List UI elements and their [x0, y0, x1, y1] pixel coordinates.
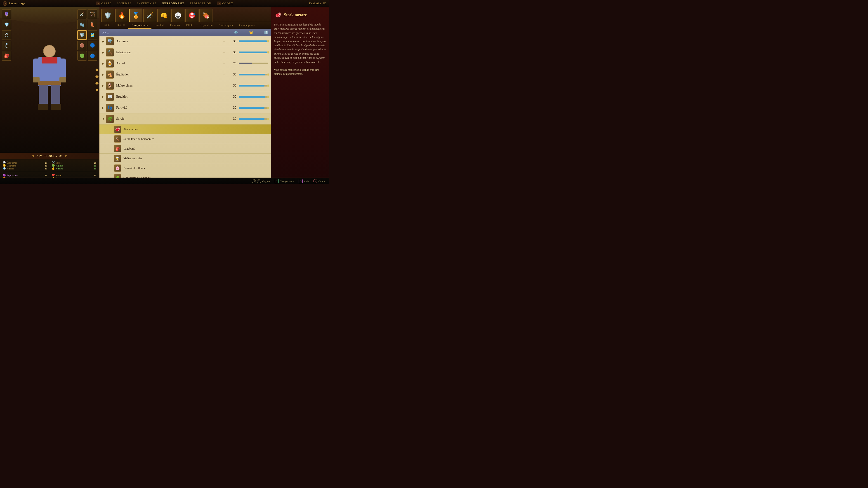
right-title: Fabrication	[309, 2, 321, 5]
sub-skill-braconnier[interactable]: 🦌 Sur la trace du braconnier	[99, 134, 271, 144]
fabrication-bar-bg	[239, 52, 268, 53]
equip-slot-misc[interactable]: 🎒	[2, 51, 11, 61]
nav-arrow-diamond-1[interactable]	[95, 68, 98, 71]
erudition-bar-bg	[239, 96, 268, 98]
tab-effets[interactable]: Effets	[183, 22, 196, 29]
icon-tab-medal[interactable]: 🏅	[129, 8, 143, 22]
nav-label-journal: JOURNAL	[117, 2, 132, 5]
nav-item-carte[interactable]: L2CARTE	[96, 2, 112, 5]
alchimie-expand: ▶	[102, 40, 106, 43]
equitation-name: Équitation	[116, 73, 222, 76]
icon-tab-shield[interactable]: 🛡️	[101, 8, 114, 22]
equitation-dot	[267, 73, 269, 76]
alchimie-bar-area	[239, 40, 268, 42]
equip-slot-special2[interactable]: 🔵	[88, 41, 97, 50]
equip-slot-legs[interactable]: 🎽	[88, 30, 97, 40]
footer-changer[interactable]: △ Changer tenue	[275, 179, 294, 183]
skill-row-maitre-chien[interactable]: ▶ 🐕 Maître-chien - 30	[99, 80, 271, 91]
icon-tab-armor[interactable]: 🥋	[171, 8, 184, 22]
skill-row-alcool[interactable]: ▶ 🍺 Alcool - 20	[99, 58, 271, 69]
skill-row-alchimie[interactable]: ▶ ⚗️ Alchimie - 30	[99, 36, 271, 47]
vitesse-label: Vitesse	[7, 167, 41, 170]
furtivite-expand: ▶	[102, 106, 106, 109]
tab-compagnons[interactable]: Compagnons	[236, 22, 258, 29]
nav-item-inventaire[interactable]: INVENTAIRE	[137, 2, 157, 5]
nav-item-personnage[interactable]: PERSONNAGE	[162, 2, 184, 5]
equip-slot-special1[interactable]: 🟤	[77, 41, 87, 50]
level-arrow-left[interactable]: ◄	[31, 154, 34, 158]
alchimie-dash: -	[222, 39, 226, 43]
equip-slot-chest[interactable]: 🛡️	[77, 30, 87, 40]
equip-slot-head[interactable]: 🔮	[2, 9, 11, 19]
icon-tab-fist[interactable]: 👊	[157, 8, 170, 22]
equip-slot-amulet[interactable]: 💎	[2, 20, 11, 29]
right-equipment-slots: 🗡️ 🏹 🧤 👢 🛡️ 🎽 🟤 🔵 🟢 🔵	[77, 9, 97, 61]
nav-item-journal[interactable]: JOURNAL	[117, 2, 132, 5]
skills-area[interactable]: A ▾ Z ⚙️ 👑 ⬆️ ▶ ⚗️ Alchimie - 30	[99, 29, 271, 178]
level-arrow-right[interactable]: ►	[65, 154, 68, 158]
nav-arrow-diamond-3[interactable]	[95, 82, 98, 85]
changer-label: Changer tenue	[280, 180, 294, 183]
main-layout: 🔮 💎 💍 💍 🎒	[0, 7, 329, 184]
sub-skill-maitre-cuisinier[interactable]: 👨‍🍳 Maître cuisinier	[99, 154, 271, 163]
stat-charisme: 😊 Charisme 30	[3, 164, 47, 167]
equip-slot-ring2[interactable]: 💍	[2, 41, 11, 50]
equip-slot-armor[interactable]: 🧤	[77, 20, 87, 29]
equip-slot-misc1[interactable]: 🟢	[77, 51, 87, 61]
filter-icon-3[interactable]: ⬆️	[264, 31, 268, 34]
tab-combos[interactable]: Combos	[167, 22, 183, 29]
filter-icon-2[interactable]: 👑	[249, 31, 253, 34]
sante-value: 91	[91, 174, 96, 177]
nav-item-codex[interactable]: R2CODEX	[217, 2, 233, 5]
equip-slot-weapon2[interactable]: 🏹	[88, 9, 97, 19]
center-panel: 🛡️ 🔥 🏅 🗡️ 👊 🥋 🎯 🍖 Stats Stats II Compéte…	[99, 7, 271, 184]
skill-row-equitation[interactable]: ▶ 🐴 Équitation - 30	[99, 69, 271, 80]
icon-tab-sword[interactable]: 🔥	[115, 8, 128, 22]
skill-row-erudition[interactable]: ▶ 📖 Érudition - 30	[99, 91, 271, 102]
nav-arrow-diamond-2[interactable]	[95, 75, 98, 78]
charisme-label: Charisme	[7, 164, 41, 167]
equivoque-value: 51	[41, 174, 47, 177]
filter-icon-1[interactable]: ⚙️	[234, 31, 238, 34]
tab-competences[interactable]: Compétences	[128, 22, 151, 29]
square-btn: □	[299, 179, 303, 183]
tab-reputation[interactable]: Réputation	[196, 22, 216, 29]
alchimie-value: 30	[231, 39, 239, 43]
triangle-btn: △	[275, 179, 279, 183]
footer-quitter[interactable]: ○ Quitter	[313, 179, 326, 183]
skill-row-survie[interactable]: ▼ 🌿 Survie - 30	[99, 113, 271, 125]
equip-slot-weapon1[interactable]: 🗡️	[77, 9, 87, 19]
equip-slot-misc2[interactable]: 🔵	[88, 51, 97, 61]
icon-tab-target[interactable]: 🎯	[185, 8, 198, 22]
erudition-name: Érudition	[116, 95, 222, 98]
survie-expand: ▼	[102, 118, 106, 120]
skills-sort[interactable]: A ▾ Z	[102, 31, 234, 34]
erudition-dot	[267, 96, 269, 98]
detail-effect: Vous pouvez manger de la viande crue san…	[274, 68, 327, 76]
tab-combat[interactable]: Combat	[151, 22, 167, 29]
sub-skill-pouvoir-fleurs[interactable]: 🌸 Pouvoir des fleurs	[99, 163, 271, 173]
icon-tab-dagger[interactable]: 🗡️	[143, 8, 156, 22]
footer-aide[interactable]: □ Aide	[299, 179, 309, 183]
tab-stats[interactable]: Stats	[101, 22, 114, 29]
furtivite-icon: 👣	[106, 104, 114, 112]
nav-label-carte: CARTE	[101, 2, 112, 5]
equip-slot-ring1[interactable]: 💍	[2, 30, 11, 40]
equip-slot-boots[interactable]: 👢	[88, 20, 97, 29]
sub-skill-vagabond[interactable]: 🎒 Vagabond	[99, 144, 271, 154]
icon-tab-food[interactable]: 🍖	[199, 8, 213, 22]
furtivite-bar-area	[239, 107, 268, 109]
circle-btn: ○	[313, 179, 317, 183]
tab-statistiques[interactable]: Statistiques	[216, 22, 236, 29]
sub-skill-steak-tartare[interactable]: 🥩 Steak tartare	[99, 125, 271, 134]
equivoque-label: Équivoque	[7, 174, 41, 177]
nav-item-fabrication[interactable]: FABRICATION	[190, 2, 211, 5]
maitre-cuisinier-icon: 👨‍🍳	[114, 155, 121, 162]
skill-row-furtivite[interactable]: ▶ 👣 Furtivité - 30	[99, 102, 271, 113]
skill-row-fabrication[interactable]: ▶ 🔨 Fabrication - 30	[99, 47, 271, 58]
nav-arrow-diamond-4[interactable]	[95, 89, 98, 92]
braconnier-icon: 🦌	[114, 135, 121, 142]
stat-vitalite: 💪 Vitalité 30	[52, 167, 96, 170]
tab-stats2[interactable]: Stats II	[114, 22, 128, 29]
maitre-chien-dash: -	[222, 84, 226, 88]
